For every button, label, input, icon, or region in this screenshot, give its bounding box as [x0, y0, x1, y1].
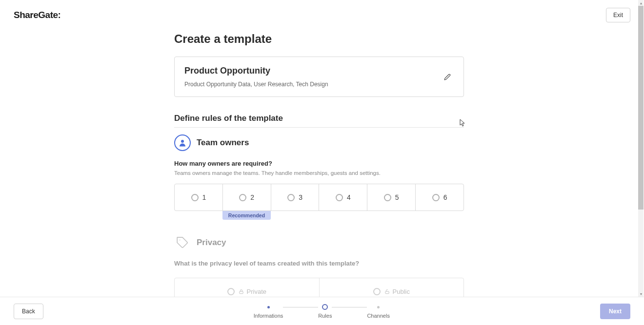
svg-rect-2 [239, 291, 242, 294]
owner-option-2[interactable]: 2 [223, 184, 271, 210]
radio-icon [191, 194, 199, 201]
privacy-label: Private [239, 288, 266, 295]
scrollbar-arrow-down[interactable]: ▾ [638, 291, 644, 297]
main-scroll-area: Create a template Product Opportunity Pr… [0, 28, 638, 297]
step-label: Rules [318, 313, 332, 319]
radio-icon [373, 288, 381, 295]
scrollbar-arrow-up[interactable]: ▴ [638, 0, 644, 6]
privacy-section: Privacy What is the privacy level of tea… [174, 234, 464, 297]
unlock-icon [384, 289, 390, 294]
privacy-option-public[interactable]: Public [320, 278, 464, 297]
privacy-title: Privacy [197, 238, 226, 248]
svg-rect-3 [385, 291, 388, 294]
template-tags: Product Opportunity Data, User Research,… [184, 81, 441, 88]
privacy-label-text: Private [247, 288, 266, 295]
team-owners-title: Team owners [197, 138, 249, 148]
owner-count-options: 1 2 3 4 5 [174, 184, 464, 211]
step-connector [332, 304, 367, 310]
step-label: Channels [367, 313, 389, 319]
header: ShareGate: Exit [0, 0, 644, 30]
radio-icon [287, 194, 295, 201]
radio-icon [432, 194, 440, 201]
privacy-label-text: Public [393, 288, 410, 295]
scrollbar-thumb[interactable] [638, 0, 644, 210]
step-informations[interactable]: Informations [254, 304, 283, 319]
exit-button[interactable]: Exit [606, 8, 630, 22]
recommended-badge: Recommended [222, 211, 271, 220]
owner-option-label: 3 [299, 193, 302, 201]
template-summary-card: Product Opportunity Product Opportunity … [174, 57, 464, 97]
next-button[interactable]: Next [600, 304, 630, 319]
owner-option-label: 6 [443, 193, 447, 201]
privacy-option-private[interactable]: Private [175, 278, 320, 297]
svg-point-0 [181, 140, 184, 143]
privacy-question: What is the privacy level of teams creat… [174, 260, 464, 267]
stepper: Informations Rules Channels [254, 304, 390, 319]
step-dot-icon [267, 306, 270, 308]
owner-option-3[interactable]: 3 [271, 184, 320, 210]
tag-icon [174, 234, 191, 251]
content: Create a template Product Opportunity Pr… [174, 28, 464, 297]
template-name: Product Opportunity [184, 66, 441, 76]
owners-question: How many owners are required? [174, 160, 464, 167]
recommended-row: Recommended [174, 211, 464, 220]
person-icon [174, 134, 191, 151]
team-owners-header: Team owners [174, 134, 464, 151]
page-title: Create a template [174, 32, 464, 46]
logo: ShareGate: [14, 10, 60, 20]
privacy-options: Private Public [174, 278, 464, 297]
rules-section-title: Define rules of the template [174, 114, 464, 128]
step-channels[interactable]: Channels [367, 304, 389, 319]
owner-option-5[interactable]: 5 [367, 184, 416, 210]
radio-icon [239, 194, 246, 201]
owner-option-6[interactable]: 6 [416, 184, 463, 210]
owner-option-label: 4 [347, 193, 351, 201]
edit-template-button[interactable] [441, 71, 454, 83]
radio-icon [384, 194, 391, 201]
owners-helper: Teams owners manage the teams. They hand… [174, 170, 464, 176]
radio-icon [227, 288, 235, 295]
owner-option-1[interactable]: 1 [175, 184, 223, 210]
radio-icon [336, 194, 343, 201]
back-button[interactable]: Back [14, 304, 43, 319]
step-dot-icon [377, 306, 380, 308]
privacy-label: Public [384, 288, 410, 295]
step-label: Informations [254, 313, 283, 319]
footer: Back Informations Rules Channels Next [0, 297, 644, 325]
template-info: Product Opportunity Product Opportunity … [184, 66, 441, 88]
step-connector [283, 304, 318, 310]
step-dot-active-icon [322, 304, 328, 310]
owner-option-label: 5 [395, 193, 399, 201]
team-owners-section: Team owners How many owners are required… [174, 134, 464, 220]
step-rules[interactable]: Rules [318, 304, 332, 319]
lock-icon [239, 289, 244, 294]
privacy-header: Privacy [174, 234, 464, 251]
owner-option-label: 1 [202, 193, 206, 201]
owner-option-4[interactable]: 4 [319, 184, 367, 210]
pencil-icon [444, 74, 451, 80]
owner-option-label: 2 [250, 193, 254, 201]
